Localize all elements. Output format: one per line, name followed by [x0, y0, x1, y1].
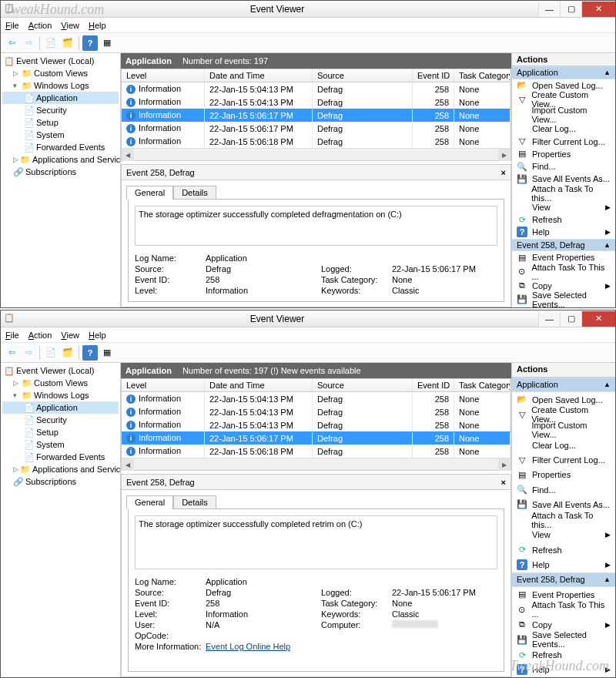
toolbar-btn-2[interactable]: 🗂️ — [60, 345, 75, 361]
col-category[interactable]: Task Category — [454, 69, 511, 82]
action-help[interactable]: ?Help▶ — [512, 226, 615, 238]
table-row[interactable]: iInformation22-Jan-15 5:04:13 PMDefrag25… — [122, 392, 511, 405]
toolbar-btn-3[interactable]: ▦ — [99, 345, 115, 361]
menu-action[interactable]: Action — [28, 21, 52, 30]
help-button[interactable]: ? — [82, 345, 98, 361]
titlebar[interactable]: 📋 Event Viewer — ▢ ✕ — [1, 1, 615, 18]
tree-custom-views[interactable]: ▷📁Custom Views — [2, 377, 119, 389]
help-button[interactable]: ? — [82, 35, 98, 51]
actions-section-app[interactable]: Application▲ — [512, 66, 615, 79]
nav-tree[interactable]: 📋Event Viewer (Local) ▷📁Custom Views ▾📁W… — [1, 53, 121, 307]
tree-root[interactable]: 📋Event Viewer (Local) — [2, 364, 119, 377]
action-find[interactable]: 🔍Find... — [512, 160, 615, 173]
tree-setup[interactable]: 📄Setup — [2, 116, 119, 129]
table-row[interactable]: iInformation22-Jan-15 5:06:17 PMDefrag25… — [122, 431, 511, 445]
action-import-view[interactable]: Import Custom View... — [512, 107, 615, 123]
tree-system[interactable]: 📄System — [2, 438, 119, 451]
tree-forwarded[interactable]: 📄Forwarded Events — [2, 451, 119, 463]
col-datetime[interactable]: Date and Time — [205, 379, 313, 391]
close-button[interactable]: ✕ — [581, 311, 615, 327]
action-view[interactable]: View▶ — [512, 201, 615, 213]
nav-tree[interactable]: 📋Event Viewer (Local) ▷📁Custom Views ▾📁W… — [1, 363, 121, 677]
minimize-button[interactable]: — — [538, 2, 560, 17]
forward-button[interactable]: ⇨ — [21, 345, 36, 361]
tree-custom-views[interactable]: ▷📁Custom Views — [2, 67, 119, 79]
toolbar-btn-2[interactable]: 🗂️ — [60, 35, 75, 51]
menu-help[interactable]: Help — [89, 21, 106, 30]
action-attach-task[interactable]: Attach a Task To this... — [512, 512, 615, 528]
minimize-button[interactable]: — — [538, 311, 560, 327]
table-row[interactable]: iInformation22-Jan-15 5:04:13 PMDefrag25… — [122, 418, 511, 431]
actions-section-event[interactable]: Event 258, Defrag▲ — [512, 239, 615, 252]
tree-security[interactable]: 📄Security — [2, 414, 119, 426]
menu-help[interactable]: Help — [89, 331, 106, 340]
tree-application[interactable]: 📄Application — [2, 92, 119, 104]
tree-windows-logs[interactable]: ▾📁Windows Logs — [2, 389, 119, 401]
tree-setup[interactable]: 📄Setup — [2, 426, 119, 438]
tree-root[interactable]: 📋Event Viewer (Local) — [2, 55, 119, 67]
action-create-view[interactable]: ▽Create Custom View... — [512, 92, 615, 107]
menu-view[interactable]: View — [61, 21, 79, 30]
col-datetime[interactable]: Date and Time — [205, 69, 313, 82]
action-help-2[interactable]: ?Help▶ — [512, 663, 615, 677]
action-find[interactable]: 🔍Find... — [512, 482, 615, 497]
tree-subscriptions[interactable]: 🔗Subscriptions — [2, 166, 119, 178]
actions-section-app[interactable]: Application▲ — [512, 378, 615, 392]
hscrollbar[interactable]: ◀▶ — [122, 458, 511, 470]
menu-action[interactable]: Action — [28, 331, 52, 340]
action-refresh[interactable]: ⟳Refresh — [512, 213, 615, 226]
table-row[interactable]: iInformation22-Jan-15 5:06:17 PMDefrag25… — [122, 109, 511, 122]
action-properties[interactable]: ▤Properties — [512, 148, 615, 160]
maximize-button[interactable]: ▢ — [560, 2, 581, 17]
table-row[interactable]: iInformation22-Jan-15 5:04:13 PMDefrag25… — [122, 96, 511, 109]
toolbar-btn-1[interactable]: 📄 — [43, 345, 59, 361]
action-view[interactable]: View▶ — [512, 528, 615, 542]
table-header[interactable]: Level Date and Time Source Event ID Task… — [122, 379, 511, 392]
tree-app-services[interactable]: ▷📁Applications and Services Logs — [2, 463, 119, 475]
action-create-view[interactable]: ▽Create Custom View... — [512, 407, 615, 422]
back-button[interactable]: ⇦ — [4, 345, 19, 361]
action-help[interactable]: ?Help▶ — [512, 557, 615, 572]
action-save-selected[interactable]: 💾Save Selected Events... — [512, 632, 615, 647]
action-import-view[interactable]: Import Custom View... — [512, 422, 615, 438]
toolbar-btn-1[interactable]: 📄 — [43, 35, 59, 51]
table-row[interactable]: iInformation22-Jan-15 5:04:13 PMDefrag25… — [122, 405, 511, 418]
table-header[interactable]: Level Date and Time Source Event ID Task… — [122, 69, 511, 82]
table-row[interactable]: iInformation22-Jan-15 5:06:18 PMDefrag25… — [122, 445, 511, 458]
tree-forwarded[interactable]: 📄Forwarded Events — [2, 141, 119, 153]
tree-security[interactable]: 📄Security — [2, 104, 119, 116]
col-eventid[interactable]: Event ID — [413, 379, 454, 391]
tree-windows-logs[interactable]: ▾📁Windows Logs — [2, 79, 119, 92]
action-attach-task[interactable]: Attach a Task To this... — [512, 186, 615, 201]
tab-details[interactable]: Details — [173, 495, 216, 509]
table-row[interactable]: iInformation22-Jan-15 5:06:18 PMDefrag25… — [122, 135, 511, 148]
col-source[interactable]: Source — [313, 69, 413, 82]
maximize-button[interactable]: ▢ — [560, 311, 581, 327]
actions-section-event[interactable]: Event 258, Defrag▲ — [512, 572, 615, 587]
col-level[interactable]: Level — [122, 69, 205, 82]
menu-view[interactable]: View — [61, 331, 79, 340]
tab-details[interactable]: Details — [173, 186, 216, 200]
tab-general[interactable]: General — [126, 186, 173, 200]
action-clear-log[interactable]: Clear Log... — [512, 438, 615, 452]
close-detail-icon[interactable]: × — [501, 168, 506, 177]
action-attach-task-event[interactable]: ⊙Attach Task To This ... — [512, 264, 615, 280]
col-category[interactable]: Task Category — [454, 379, 511, 391]
back-button[interactable]: ⇦ — [4, 35, 19, 51]
forward-button[interactable]: ⇨ — [21, 35, 36, 51]
action-clear-log[interactable]: Clear Log... — [512, 123, 615, 135]
tree-system[interactable]: 📄System — [2, 129, 119, 141]
action-properties[interactable]: ▤Properties — [512, 468, 615, 482]
toolbar-btn-3[interactable]: ▦ — [99, 35, 115, 51]
menu-file[interactable]: File — [5, 21, 19, 30]
action-refresh-2[interactable]: ⟳Refresh — [512, 647, 615, 662]
menu-file[interactable]: File — [5, 331, 19, 340]
table-row[interactable]: iInformation22-Jan-15 5:06:17 PMDefrag25… — [122, 122, 511, 135]
tab-general[interactable]: General — [126, 495, 173, 509]
action-save-selected[interactable]: 💾Save Selected Events... — [512, 292, 615, 307]
col-eventid[interactable]: Event ID — [413, 69, 454, 82]
col-source[interactable]: Source — [313, 379, 413, 391]
tree-application[interactable]: 📄Application — [2, 401, 119, 414]
col-level[interactable]: Level — [122, 379, 205, 391]
close-button[interactable]: ✕ — [581, 2, 615, 17]
